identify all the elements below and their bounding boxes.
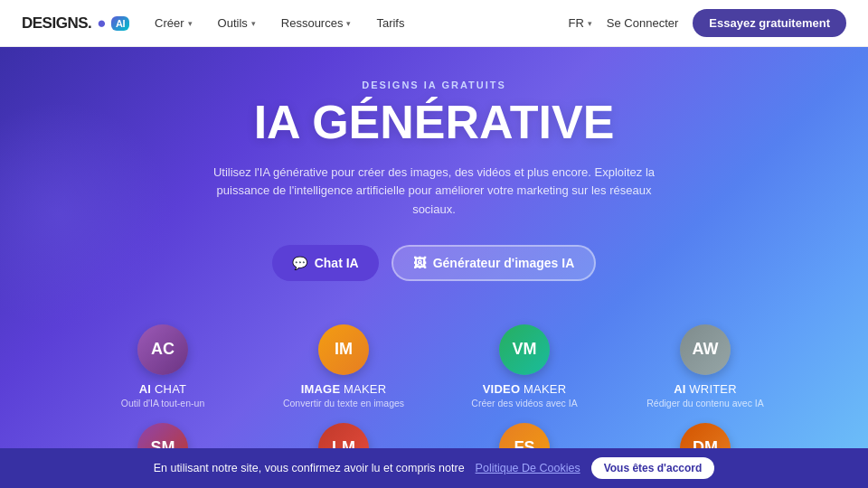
tool-item-vm[interactable]: VMVIDEO MAKERCréer des vidéos avec IA bbox=[434, 314, 615, 412]
navbar-left: DESIGNS.● AI Créer ▾ Outils ▾ Ressources… bbox=[22, 14, 404, 33]
tool-name-im: IMAGE MAKER bbox=[301, 382, 387, 396]
tool-icon-vm: VM bbox=[499, 324, 550, 375]
nav-ressources[interactable]: Ressources ▾ bbox=[281, 16, 352, 30]
hero-subtitle: DESIGNS IA GRATUITS bbox=[362, 80, 506, 90]
hero-description: Utilisez l'IA générative pour créer des … bbox=[199, 164, 669, 220]
chat-icon bbox=[292, 256, 307, 270]
image-icon bbox=[413, 256, 426, 270]
chevron-down-icon: ▾ bbox=[346, 19, 351, 28]
chat-ia-button[interactable]: Chat IA bbox=[272, 245, 379, 281]
nav-outils-label: Outils bbox=[218, 16, 248, 30]
hero-title: IA GÉNÉRATIVE bbox=[254, 98, 615, 147]
tool-icon-im: IM bbox=[318, 324, 369, 375]
tool-name-ac: AI CHAT bbox=[139, 382, 186, 396]
chevron-down-icon: ▾ bbox=[588, 19, 592, 28]
tool-name-aw: AI WRITER bbox=[674, 382, 737, 396]
tool-desc-vm: Créer des vidéos avec IA bbox=[471, 398, 577, 408]
cookie-policy-link[interactable]: Politique De Cookies bbox=[476, 462, 580, 474]
lang-label: FR bbox=[568, 16, 583, 30]
tool-desc-ac: Outil d'IA tout-en-un bbox=[121, 398, 204, 408]
tool-desc-im: Convertir du texte en images bbox=[283, 398, 404, 408]
hero-section: DESIGNS IA GRATUITS IA GÉNÉRATIVE Utilis… bbox=[0, 47, 868, 488]
nav-tarifs-label: Tarifs bbox=[376, 16, 404, 30]
logo-text: DESIGNS. bbox=[22, 14, 91, 33]
nav-ressources-label: Ressources bbox=[281, 16, 344, 30]
cookie-accept-button[interactable]: Vous êtes d'accord bbox=[591, 457, 715, 479]
nav-tarifs[interactable]: Tarifs bbox=[376, 16, 404, 30]
chevron-down-icon: ▾ bbox=[251, 19, 256, 28]
tool-desc-aw: Rédiger du contenu avec IA bbox=[646, 398, 764, 408]
image-generator-label: Générateur d'images IA bbox=[433, 256, 575, 270]
navbar-right: FR ▾ Se Connecter Essayez gratuitement bbox=[568, 9, 846, 37]
tool-icon-aw: AW bbox=[680, 324, 731, 375]
nav-outils[interactable]: Outils ▾ bbox=[218, 16, 256, 30]
logo-ai-badge: AI bbox=[111, 16, 129, 31]
connect-button[interactable]: Se Connecter bbox=[607, 16, 679, 30]
nav-creer-label: Créer bbox=[155, 16, 184, 30]
cookie-bar: En utilisant notre site, vous confirmez … bbox=[0, 448, 868, 488]
logo[interactable]: DESIGNS.● AI bbox=[22, 14, 129, 33]
logo-dot: ● bbox=[97, 14, 106, 33]
navbar: DESIGNS.● AI Créer ▾ Outils ▾ Ressources… bbox=[0, 0, 868, 47]
tool-item-aw[interactable]: AWAI WRITERRédiger du contenu avec IA bbox=[615, 314, 796, 412]
tool-item-im[interactable]: IMIMAGE MAKERConvertir du texte en image… bbox=[253, 314, 434, 412]
chevron-down-icon: ▾ bbox=[188, 19, 193, 28]
tool-name-vm: VIDEO MAKER bbox=[483, 382, 567, 396]
tool-item-ac[interactable]: ACAI CHATOutil d'IA tout-en-un bbox=[72, 314, 253, 412]
image-generator-button[interactable]: Générateur d'images IA bbox=[392, 245, 597, 281]
language-selector[interactable]: FR ▾ bbox=[568, 16, 591, 30]
try-button[interactable]: Essayez gratuitement bbox=[693, 9, 846, 37]
chat-ia-label: Chat IA bbox=[315, 256, 359, 270]
tool-icon-ac: AC bbox=[137, 324, 188, 375]
cookie-text: En utilisant notre site, vous confirmez … bbox=[154, 462, 465, 474]
nav-creer[interactable]: Créer ▾ bbox=[155, 16, 193, 30]
hero-buttons: Chat IA Générateur d'images IA bbox=[272, 245, 597, 281]
